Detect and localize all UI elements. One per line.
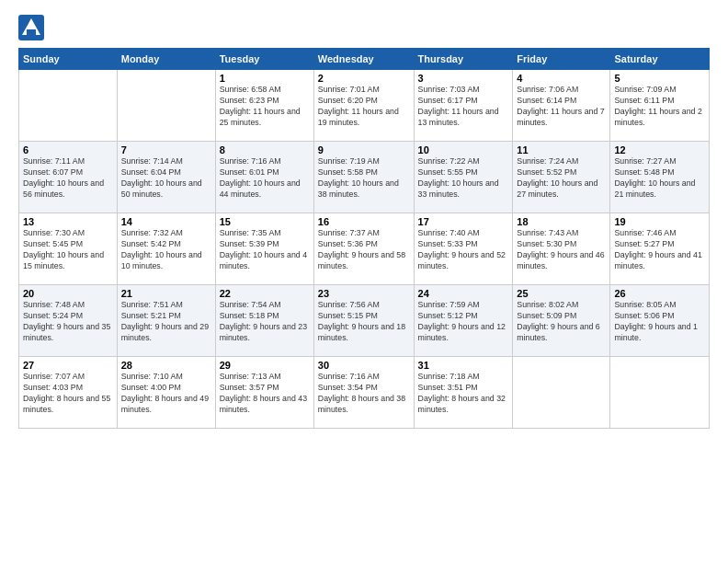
day-info: Sunrise: 7:14 AM Sunset: 6:04 PM Dayligh… bbox=[121, 156, 211, 201]
day-number: 18 bbox=[517, 216, 606, 227]
day-number: 9 bbox=[318, 144, 410, 155]
calendar-cell: 15Sunrise: 7:35 AM Sunset: 5:39 PM Dayli… bbox=[215, 213, 313, 285]
day-info: Sunrise: 7:06 AM Sunset: 6:14 PM Dayligh… bbox=[517, 85, 606, 129]
day-info: Sunrise: 7:16 AM Sunset: 3:54 PM Dayligh… bbox=[318, 372, 410, 416]
calendar-cell: 25Sunrise: 8:02 AM Sunset: 5:09 PM Dayli… bbox=[513, 285, 610, 357]
day-info: Sunrise: 7:48 AM Sunset: 5:24 PM Dayligh… bbox=[23, 300, 113, 344]
day-info: Sunrise: 7:03 AM Sunset: 6:17 PM Dayligh… bbox=[418, 85, 509, 129]
day-number: 6 bbox=[23, 144, 113, 155]
day-info: Sunrise: 7:30 AM Sunset: 5:45 PM Dayligh… bbox=[23, 228, 113, 272]
day-number: 10 bbox=[418, 144, 509, 155]
day-number: 27 bbox=[23, 360, 113, 371]
day-number: 1 bbox=[220, 73, 310, 84]
calendar-cell bbox=[19, 70, 118, 142]
weekday-header-saturday: Saturday bbox=[610, 49, 710, 70]
day-info: Sunrise: 7:16 AM Sunset: 6:01 PM Dayligh… bbox=[220, 156, 310, 201]
day-info: Sunrise: 7:27 AM Sunset: 5:48 PM Dayligh… bbox=[614, 156, 705, 201]
calendar-cell: 8Sunrise: 7:16 AM Sunset: 6:01 PM Daylig… bbox=[215, 142, 313, 213]
svg-rect-2 bbox=[27, 29, 36, 35]
day-info: Sunrise: 7:13 AM Sunset: 3:57 PM Dayligh… bbox=[220, 372, 310, 416]
day-number: 16 bbox=[318, 216, 410, 227]
day-info: Sunrise: 7:18 AM Sunset: 3:51 PM Dayligh… bbox=[418, 372, 509, 416]
calendar-cell: 5Sunrise: 7:09 AM Sunset: 6:11 PM Daylig… bbox=[610, 70, 710, 142]
day-number: 5 bbox=[614, 73, 705, 84]
day-info: Sunrise: 6:58 AM Sunset: 6:23 PM Dayligh… bbox=[220, 85, 310, 129]
day-number: 21 bbox=[121, 288, 211, 299]
day-info: Sunrise: 7:19 AM Sunset: 5:58 PM Dayligh… bbox=[318, 156, 410, 201]
day-info: Sunrise: 7:40 AM Sunset: 5:33 PM Dayligh… bbox=[418, 228, 509, 272]
day-info: Sunrise: 7:01 AM Sunset: 6:20 PM Dayligh… bbox=[318, 85, 410, 129]
day-number: 13 bbox=[23, 216, 113, 227]
day-info: Sunrise: 7:54 AM Sunset: 5:18 PM Dayligh… bbox=[220, 300, 310, 344]
weekday-header-thursday: Thursday bbox=[414, 49, 513, 70]
calendar-cell: 7Sunrise: 7:14 AM Sunset: 6:04 PM Daylig… bbox=[117, 142, 215, 213]
week-row-5: 27Sunrise: 7:07 AM Sunset: 4:03 PM Dayli… bbox=[19, 357, 710, 429]
day-info: Sunrise: 8:02 AM Sunset: 5:09 PM Dayligh… bbox=[517, 300, 606, 344]
week-row-4: 20Sunrise: 7:48 AM Sunset: 5:24 PM Dayli… bbox=[19, 285, 710, 357]
day-info: Sunrise: 7:11 AM Sunset: 6:07 PM Dayligh… bbox=[23, 156, 113, 201]
day-info: Sunrise: 7:51 AM Sunset: 5:21 PM Dayligh… bbox=[121, 300, 211, 344]
week-row-3: 13Sunrise: 7:30 AM Sunset: 5:45 PM Dayli… bbox=[19, 213, 710, 285]
calendar-cell: 10Sunrise: 7:22 AM Sunset: 5:55 PM Dayli… bbox=[414, 142, 513, 213]
day-number: 15 bbox=[220, 216, 310, 227]
calendar-cell: 31Sunrise: 7:18 AM Sunset: 3:51 PM Dayli… bbox=[414, 357, 513, 429]
day-number: 26 bbox=[614, 288, 705, 299]
day-info: Sunrise: 7:59 AM Sunset: 5:12 PM Dayligh… bbox=[418, 300, 509, 344]
day-number: 31 bbox=[418, 360, 509, 371]
day-number: 30 bbox=[318, 360, 410, 371]
day-number: 29 bbox=[220, 360, 310, 371]
calendar-table: SundayMondayTuesdayWednesdayThursdayFrid… bbox=[18, 48, 710, 429]
day-number: 8 bbox=[220, 144, 310, 155]
day-number: 7 bbox=[121, 144, 211, 155]
calendar-cell: 2Sunrise: 7:01 AM Sunset: 6:20 PM Daylig… bbox=[313, 70, 414, 142]
day-number: 25 bbox=[517, 288, 606, 299]
calendar-cell: 26Sunrise: 8:05 AM Sunset: 5:06 PM Dayli… bbox=[610, 285, 710, 357]
weekday-header-wednesday: Wednesday bbox=[313, 49, 414, 70]
calendar-cell: 19Sunrise: 7:46 AM Sunset: 5:27 PM Dayli… bbox=[610, 213, 710, 285]
day-info: Sunrise: 7:43 AM Sunset: 5:30 PM Dayligh… bbox=[517, 228, 606, 272]
logo bbox=[18, 15, 46, 40]
week-row-1: 1Sunrise: 6:58 AM Sunset: 6:23 PM Daylig… bbox=[19, 70, 710, 142]
week-row-2: 6Sunrise: 7:11 AM Sunset: 6:07 PM Daylig… bbox=[19, 142, 710, 213]
day-number: 17 bbox=[418, 216, 509, 227]
calendar-cell bbox=[513, 357, 610, 429]
calendar-cell: 6Sunrise: 7:11 AM Sunset: 6:07 PM Daylig… bbox=[19, 142, 118, 213]
day-number: 12 bbox=[614, 144, 705, 155]
calendar-cell: 17Sunrise: 7:40 AM Sunset: 5:33 PM Dayli… bbox=[414, 213, 513, 285]
calendar-cell: 3Sunrise: 7:03 AM Sunset: 6:17 PM Daylig… bbox=[414, 70, 513, 142]
day-info: Sunrise: 7:46 AM Sunset: 5:27 PM Dayligh… bbox=[614, 228, 705, 272]
calendar-cell: 27Sunrise: 7:07 AM Sunset: 4:03 PM Dayli… bbox=[19, 357, 118, 429]
day-number: 3 bbox=[418, 73, 509, 84]
calendar-cell: 20Sunrise: 7:48 AM Sunset: 5:24 PM Dayli… bbox=[19, 285, 118, 357]
day-info: Sunrise: 7:56 AM Sunset: 5:15 PM Dayligh… bbox=[318, 300, 410, 344]
day-info: Sunrise: 7:22 AM Sunset: 5:55 PM Dayligh… bbox=[418, 156, 509, 201]
calendar-cell: 11Sunrise: 7:24 AM Sunset: 5:52 PM Dayli… bbox=[513, 142, 610, 213]
calendar-cell bbox=[117, 70, 215, 142]
calendar-cell: 12Sunrise: 7:27 AM Sunset: 5:48 PM Dayli… bbox=[610, 142, 710, 213]
day-info: Sunrise: 7:37 AM Sunset: 5:36 PM Dayligh… bbox=[318, 228, 410, 272]
day-number: 2 bbox=[318, 73, 410, 84]
calendar-page: SundayMondayTuesdayWednesdayThursdayFrid… bbox=[0, 0, 728, 563]
day-info: Sunrise: 7:09 AM Sunset: 6:11 PM Dayligh… bbox=[614, 85, 705, 129]
day-info: Sunrise: 7:24 AM Sunset: 5:52 PM Dayligh… bbox=[517, 156, 606, 201]
day-number: 11 bbox=[517, 144, 606, 155]
calendar-cell: 30Sunrise: 7:16 AM Sunset: 3:54 PM Dayli… bbox=[313, 357, 414, 429]
logo-icon bbox=[18, 15, 44, 40]
calendar-cell: 24Sunrise: 7:59 AM Sunset: 5:12 PM Dayli… bbox=[414, 285, 513, 357]
day-number: 4 bbox=[517, 73, 606, 84]
calendar-cell: 28Sunrise: 7:10 AM Sunset: 4:00 PM Dayli… bbox=[117, 357, 215, 429]
calendar-cell: 22Sunrise: 7:54 AM Sunset: 5:18 PM Dayli… bbox=[215, 285, 313, 357]
weekday-header-sunday: Sunday bbox=[19, 49, 118, 70]
day-number: 24 bbox=[418, 288, 509, 299]
day-number: 28 bbox=[121, 360, 211, 371]
calendar-cell: 29Sunrise: 7:13 AM Sunset: 3:57 PM Dayli… bbox=[215, 357, 313, 429]
day-info: Sunrise: 7:10 AM Sunset: 4:00 PM Dayligh… bbox=[121, 372, 211, 416]
calendar-cell: 4Sunrise: 7:06 AM Sunset: 6:14 PM Daylig… bbox=[513, 70, 610, 142]
calendar-cell: 1Sunrise: 6:58 AM Sunset: 6:23 PM Daylig… bbox=[215, 70, 313, 142]
day-info: Sunrise: 7:35 AM Sunset: 5:39 PM Dayligh… bbox=[220, 228, 310, 272]
weekday-header-friday: Friday bbox=[513, 49, 610, 70]
day-number: 19 bbox=[614, 216, 705, 227]
weekday-header-row: SundayMondayTuesdayWednesdayThursdayFrid… bbox=[19, 49, 710, 70]
calendar-cell: 18Sunrise: 7:43 AM Sunset: 5:30 PM Dayli… bbox=[513, 213, 610, 285]
page-header bbox=[18, 15, 710, 40]
